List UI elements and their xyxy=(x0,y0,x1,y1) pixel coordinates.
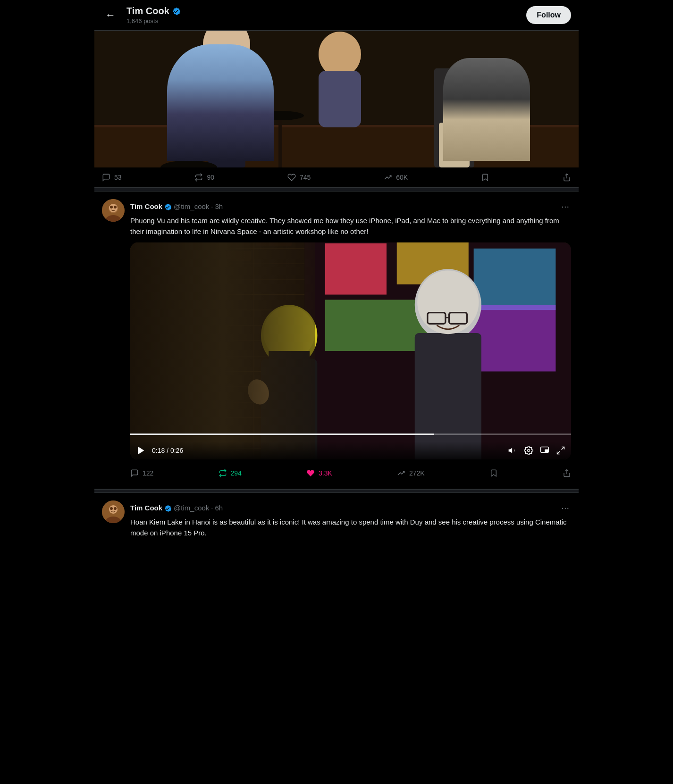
settings-button[interactable] xyxy=(524,446,533,455)
bookmark-icon xyxy=(481,173,489,182)
retweet-icon xyxy=(194,173,203,182)
svg-rect-46 xyxy=(256,242,292,246)
svg-rect-21 xyxy=(130,242,304,459)
bookmark-action-1[interactable] xyxy=(481,173,489,182)
tweet-handle-3: @tim_cook xyxy=(174,504,209,512)
tweet-verified-badge-2 xyxy=(164,202,172,210)
svg-rect-51 xyxy=(325,300,428,351)
tweet-avatar-area-3 xyxy=(102,500,125,538)
svg-point-73 xyxy=(109,505,118,514)
more-options-button-3[interactable]: ··· xyxy=(559,500,571,515)
tweet-author-name-2: Tim Cook xyxy=(130,202,162,210)
tweet-content-3: Tim Cook @tim_cook · 6h ··· Hoan Kiem La… xyxy=(130,500,571,538)
reply-count-1: 53 xyxy=(114,174,122,181)
retweet-action-2[interactable]: 294 xyxy=(219,469,242,477)
views-count-2: 272K xyxy=(409,469,425,477)
svg-point-75 xyxy=(114,507,117,510)
comment-icon xyxy=(102,173,110,182)
svg-rect-44 xyxy=(215,242,251,246)
retweet-count-1: 90 xyxy=(207,174,214,181)
svg-rect-40 xyxy=(133,251,168,261)
tweet-author-name-3: Tim Cook xyxy=(130,504,162,512)
views-icon xyxy=(384,173,392,182)
tweet-text-2: Phuong Vu and his team are wildly creati… xyxy=(130,216,571,237)
svg-marker-65 xyxy=(509,448,513,453)
more-options-button-2[interactable]: ··· xyxy=(559,199,571,214)
svg-point-19 xyxy=(114,206,117,209)
video-progress-bar[interactable] xyxy=(130,434,571,435)
tweet-card-2: Tim Cook @tim_cook · 3h ··· Phuong Vu an… xyxy=(94,192,579,489)
like-count-1: 745 xyxy=(300,174,311,181)
back-button[interactable]: ← xyxy=(102,7,119,24)
views-count-1: 60K xyxy=(396,174,408,181)
views-action-1[interactable]: 60K xyxy=(384,173,408,182)
tweet-card-1: 53 90 745 60K xyxy=(94,31,579,188)
share-action-1[interactable] xyxy=(563,173,571,182)
reply-action-2[interactable]: 122 xyxy=(130,469,153,477)
svg-rect-0 xyxy=(94,125,579,167)
reply-action-1[interactable]: 53 xyxy=(102,173,122,182)
video-controls-right xyxy=(508,446,565,455)
follow-button[interactable]: Follow xyxy=(526,6,571,24)
video-time-display: 0:18 / 0:26 xyxy=(152,447,183,454)
video-progress-fill xyxy=(130,434,434,435)
share-icon-2 xyxy=(563,469,571,477)
svg-rect-56 xyxy=(269,351,310,361)
play-button[interactable] xyxy=(136,445,146,456)
share-icon xyxy=(563,173,571,182)
play-icon xyxy=(136,445,146,456)
tweet-time-2: 3h xyxy=(215,202,223,210)
svg-point-18 xyxy=(110,206,113,209)
settings-icon xyxy=(524,446,533,455)
video-controls: 0:18 / 0:26 xyxy=(130,442,571,459)
svg-rect-41 xyxy=(133,267,168,277)
tweet-dot-2: · xyxy=(211,202,213,210)
tweet-divider-2 xyxy=(94,489,579,493)
retweet-icon-2 xyxy=(219,469,227,477)
video-controls-left: 0:18 / 0:26 xyxy=(136,445,183,456)
tweet-time-3: 6h xyxy=(215,504,223,512)
retweet-action-1[interactable]: 90 xyxy=(194,173,214,182)
svg-rect-50 xyxy=(474,249,556,310)
volume-button[interactable] xyxy=(508,446,517,455)
svg-point-55 xyxy=(263,307,315,360)
svg-line-69 xyxy=(562,447,564,450)
svg-rect-42 xyxy=(174,242,210,246)
svg-rect-48 xyxy=(325,243,387,295)
video-scene-svg xyxy=(130,242,571,459)
scene-svg xyxy=(94,31,579,167)
svg-point-12 xyxy=(257,111,304,120)
share-action-2[interactable] xyxy=(563,469,571,477)
svg-rect-68 xyxy=(545,450,548,451)
avatar-image-2 xyxy=(102,199,125,222)
like-icon-2 xyxy=(306,469,315,477)
pip-icon xyxy=(540,446,549,455)
profile-name-heading: Tim Cook xyxy=(126,6,181,17)
tweet-actions-1: 53 90 745 60K xyxy=(94,167,579,187)
fullscreen-icon xyxy=(556,446,565,455)
back-icon: ← xyxy=(105,9,116,21)
comment-icon-2 xyxy=(130,469,139,477)
like-action-2[interactable]: 3.3K xyxy=(306,469,332,477)
reply-count-2: 122 xyxy=(143,469,153,477)
volume-icon xyxy=(508,446,517,455)
total-time: 0:26 xyxy=(170,447,183,454)
pip-button[interactable] xyxy=(540,446,549,455)
fullscreen-button[interactable] xyxy=(556,446,565,455)
views-action-2[interactable]: 272K xyxy=(397,469,425,477)
svg-rect-7 xyxy=(319,71,361,127)
retweet-count-2: 294 xyxy=(231,469,242,477)
tweet-text-3: Hoan Kiem Lake in Hanoi is as beautiful … xyxy=(130,517,571,538)
tweet-header-3: Tim Cook @tim_cook · 6h ··· xyxy=(130,500,571,515)
post-count: 1,646 posts xyxy=(126,17,181,25)
bookmark-action-2[interactable] xyxy=(489,469,498,477)
svg-point-6 xyxy=(319,32,361,77)
verified-icon xyxy=(172,6,181,16)
tweet-handle-2: @tim_cook xyxy=(174,202,209,210)
bookmark-icon-2 xyxy=(489,469,498,477)
time-separator: / xyxy=(167,447,170,454)
tweet-avatar-area-2 xyxy=(102,199,125,481)
like-action-1[interactable]: 745 xyxy=(287,173,311,182)
svg-point-3 xyxy=(203,31,250,71)
avatar-image-3 xyxy=(102,500,125,523)
